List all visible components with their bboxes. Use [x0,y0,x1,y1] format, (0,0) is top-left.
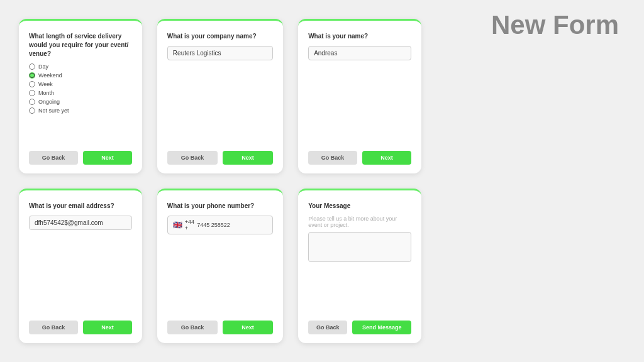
forms-grid: What length of service delivery would yo… [0,0,440,362]
radio-weekend[interactable]: Weekend [29,72,132,79]
btn-row-service: Go Back Next [29,151,132,165]
service-delivery-label: What length of service delivery would yo… [29,32,132,58]
next-button-company[interactable]: Next [223,151,273,165]
btn-row-company: Go Back Next [167,151,273,165]
name-label: What is your name? [308,32,411,41]
radio-not-sure[interactable]: Not sure yet [29,107,132,114]
page-title: New Form [491,10,619,40]
company-input[interactable] [167,46,273,60]
form-card-phone: What is your phone number? 🇬🇧 +44 + Go B… [157,189,283,343]
send-message-button[interactable]: Send Message [352,321,411,334]
btn-row-email: Go Back Next [29,321,132,334]
form-card-name: What is your name? Go Back Next [298,19,421,173]
form-card-message: Your Message Please tell us a bit more a… [298,189,421,343]
radio-day[interactable]: Day [29,63,132,70]
email-label: What is your email address? [29,202,132,211]
form-card-email: What is your email address? Go Back Next [19,189,142,343]
phone-number-input[interactable] [197,222,267,228]
go-back-button-email[interactable]: Go Back [29,321,78,334]
btn-row-message: Go Back Send Message [308,321,411,334]
next-button-phone[interactable]: Next [223,321,273,334]
radio-month[interactable]: Month [29,90,132,96]
form-card-service-delivery: What length of service delivery would yo… [19,19,142,173]
next-button-service[interactable]: Next [83,151,132,165]
btn-row-name: Go Back Next [308,151,411,165]
next-button-name[interactable]: Next [362,151,411,165]
go-back-button-name[interactable]: Go Back [308,151,357,165]
go-back-button-service[interactable]: Go Back [29,151,78,165]
phone-label: What is your phone number? [167,202,273,211]
go-back-button-message[interactable]: Go Back [308,321,347,334]
form-card-company: What is your company name? Go Back Next [157,19,283,173]
go-back-button-company[interactable]: Go Back [167,151,218,165]
message-title: Your Message [308,202,411,211]
message-textarea[interactable] [308,232,411,262]
message-placeholder: Please tell us a bit more about your eve… [308,216,411,228]
go-back-button-phone[interactable]: Go Back [167,321,218,334]
email-input[interactable] [29,216,132,230]
radio-ongoing[interactable]: Ongoing [29,99,132,105]
phone-input-row: 🇬🇧 +44 + [167,216,273,234]
company-label: What is your company name? [167,32,273,41]
radio-group: Day Weekend Week Month Ongoing Not sure … [29,63,132,114]
phone-prefix: +44 + [185,219,194,231]
flag-icon: 🇬🇧 [173,221,182,229]
btn-row-phone: Go Back Next [167,321,273,334]
radio-week[interactable]: Week [29,81,132,87]
name-input[interactable] [308,46,411,60]
next-button-email[interactable]: Next [83,321,132,334]
